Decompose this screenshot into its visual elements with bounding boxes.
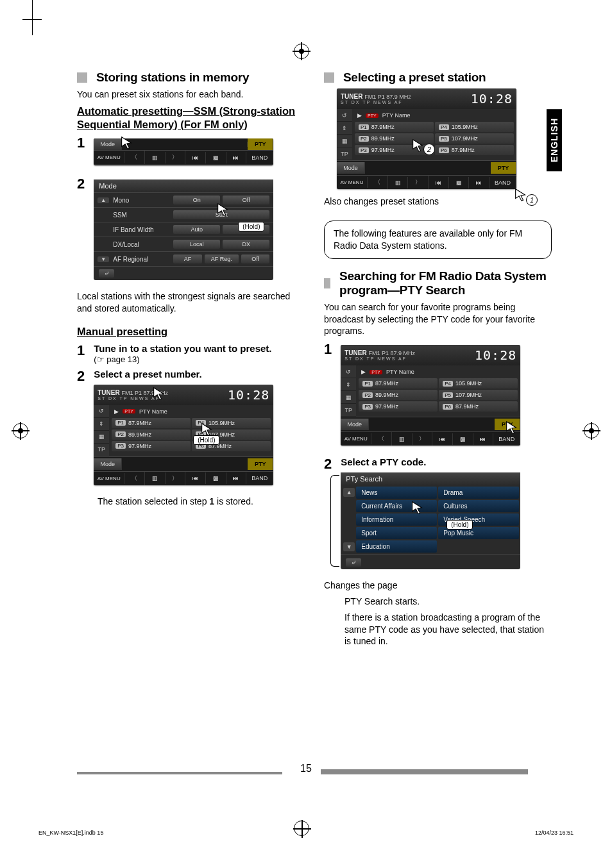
band-button[interactable]: BAND: [246, 152, 273, 163]
changes-page-note: Changes the page: [324, 580, 552, 592]
mode-button[interactable]: Mode: [94, 138, 122, 150]
prev-button[interactable]: 〈: [371, 432, 392, 446]
mode-row-afregional[interactable]: ▼ AF Regional AF AF Reg. Off: [94, 251, 273, 266]
avmenu-button[interactable]: AV MENU: [94, 473, 124, 484]
skip-fwd-button[interactable]: ⏭: [473, 433, 494, 445]
preset-p2[interactable]: P289.9MHz: [112, 430, 191, 440]
down-arrow-icon[interactable]: ▼: [98, 256, 109, 262]
preset-p5[interactable]: P5107.9MHz: [439, 390, 518, 400]
pty-item[interactable]: Education: [356, 540, 437, 553]
callout-2: 2: [423, 144, 435, 155]
skip-fwd-button[interactable]: ⏭: [226, 472, 247, 484]
list-button[interactable]: ▥: [145, 472, 166, 484]
heading-select: Selecting a preset station: [343, 71, 486, 85]
cursor-icon: [410, 501, 424, 515]
mode-row-dxlocal[interactable]: DX/Local Local DX: [94, 237, 273, 251]
cursor-icon: [504, 421, 518, 435]
cursor-icon: [151, 387, 166, 401]
tuner-label: TUNER: [344, 349, 366, 356]
pty-name: PTY Name: [139, 408, 167, 415]
stop-button[interactable]: ▩: [206, 472, 226, 484]
preset-p6[interactable]: P687.9MHz: [435, 145, 514, 155]
prev-button[interactable]: 〈: [124, 151, 145, 164]
tp-icon[interactable]: TP: [94, 444, 109, 456]
pty-item[interactable]: Cultures: [438, 500, 519, 512]
back-button[interactable]: ⤶: [94, 266, 273, 280]
stop-button[interactable]: ▩: [206, 152, 226, 163]
clock: 10:28: [228, 387, 269, 403]
seek-icon[interactable]: ⇕: [337, 122, 352, 135]
pty-item[interactable]: Information: [356, 513, 437, 526]
mode-button[interactable]: Mode: [337, 162, 365, 174]
preset-p4[interactable]: P4105.9MHz: [439, 378, 518, 388]
mode-row-ssm[interactable]: SSM Start: [94, 207, 273, 222]
preset-p3[interactable]: P397.9MHz: [112, 441, 191, 451]
seek-icon[interactable]: ⇕: [341, 378, 356, 391]
pty-button[interactable]: PTY: [491, 162, 516, 174]
pty-item[interactable]: News: [356, 487, 437, 499]
repeat-icon[interactable]: ↺: [341, 365, 356, 378]
pty-item[interactable]: Drama: [438, 487, 519, 499]
preset-p4[interactable]: P4105.9MHz: [435, 122, 514, 132]
skip-back-button[interactable]: ⏮: [429, 177, 449, 188]
next-button[interactable]: 〉: [408, 176, 429, 189]
stop-button[interactable]: ▩: [449, 177, 470, 188]
prev-button[interactable]: 〈: [124, 472, 145, 485]
next-button[interactable]: 〉: [166, 151, 186, 164]
list-button[interactable]: ▥: [388, 177, 409, 188]
mode-button[interactable]: Mode: [94, 458, 122, 470]
auto-outro: Local stations with the strongest signal…: [77, 290, 305, 315]
tp-icon[interactable]: TP: [341, 404, 356, 417]
skip-fwd-button[interactable]: ⏭: [226, 152, 247, 163]
eq-icon[interactable]: ▦: [341, 391, 356, 404]
tp-icon[interactable]: TP: [337, 147, 352, 160]
heading-pty: Searching for FM Radio Data System progr…: [339, 269, 552, 297]
pty-button[interactable]: PTY: [248, 458, 273, 470]
repeat-icon[interactable]: ↺: [94, 405, 109, 418]
repeat-icon[interactable]: ↺: [337, 109, 352, 122]
prev-button[interactable]: 〈: [368, 176, 388, 189]
avmenu-button[interactable]: AV MENU: [94, 152, 124, 163]
footer-file: EN_KW-NSX1[E].indb 15: [38, 830, 103, 836]
scroll-up-button[interactable]: ▲: [343, 488, 355, 497]
next-button[interactable]: 〉: [412, 432, 433, 446]
skip-back-button[interactable]: ⏮: [185, 472, 206, 484]
stop-button[interactable]: ▩: [453, 433, 473, 445]
bullet-box: [324, 278, 330, 288]
eq-icon[interactable]: ▦: [94, 431, 109, 444]
step-number-2b: 2: [77, 368, 85, 385]
scroll-down-button[interactable]: ▼: [343, 542, 355, 551]
avmenu-button[interactable]: AV MENU: [337, 177, 368, 188]
preset-p1[interactable]: P187.9MHz: [112, 418, 191, 428]
list-button[interactable]: ▥: [392, 433, 412, 445]
preset-p1[interactable]: P187.9MHz: [359, 378, 438, 388]
skip-back-button[interactable]: ⏮: [185, 152, 206, 163]
eq-icon[interactable]: ▦: [337, 135, 352, 147]
fm-note-box: The following features are available onl…: [324, 221, 552, 259]
pty-item[interactable]: Sport: [356, 527, 437, 539]
back-button[interactable]: ⤶: [341, 554, 520, 569]
band-button[interactable]: BAND: [489, 177, 516, 188]
pty-search-title: PTy Search: [341, 472, 520, 485]
preset-p2[interactable]: P289.9MHz: [359, 390, 438, 400]
mode-button[interactable]: Mode: [341, 419, 369, 430]
skip-fwd-button[interactable]: ⏭: [469, 177, 489, 188]
list-button[interactable]: ▥: [145, 152, 166, 163]
preset-p5[interactable]: P5107.9MHz: [435, 133, 514, 144]
band-button[interactable]: BAND: [493, 433, 520, 445]
preset-p3[interactable]: P397.9MHz: [359, 401, 438, 412]
seek-icon[interactable]: ⇕: [94, 418, 109, 431]
avmenu-button[interactable]: AV MENU: [341, 433, 371, 444]
preset-p6[interactable]: P687.9MHz: [439, 401, 518, 412]
crop-mark: [32, 0, 33, 35]
up-arrow-icon[interactable]: ▲: [98, 197, 109, 203]
intro-pty: You can search for your favorite program…: [324, 301, 552, 338]
band-button[interactable]: BAND: [246, 472, 273, 484]
pty-result-note: If there is a station broadcasting a pro…: [344, 612, 552, 648]
pty-button[interactable]: PTY: [248, 138, 273, 150]
preset-p1[interactable]: P187.9MHz: [355, 122, 434, 132]
pty-item[interactable]: Current Affairs: [356, 500, 437, 512]
skip-back-button[interactable]: ⏮: [432, 433, 453, 445]
next-button[interactable]: 〉: [166, 472, 186, 485]
mode-row-mono[interactable]: ▲ Mono On Off: [94, 192, 273, 207]
